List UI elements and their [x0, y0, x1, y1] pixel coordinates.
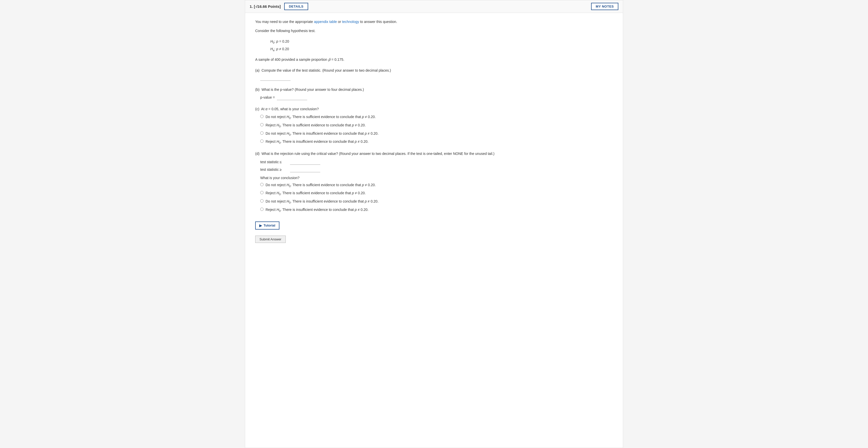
my-notes-button[interactable]: MY NOTES	[591, 3, 618, 10]
submit-button[interactable]: Submit Answer	[255, 236, 286, 243]
points-label: 1. [-/16.66 Points]	[250, 4, 281, 8]
tutorial-icon: ▶	[259, 223, 262, 228]
part-c-option-1-text: Do not reject H0. There is sufficient ev…	[266, 114, 376, 120]
details-button[interactable]: DETAILS	[284, 3, 308, 10]
part-d-label: (d) What is the rejection rule using the…	[255, 151, 613, 156]
tutorial-button[interactable]: ▶ Tutorial	[255, 221, 279, 230]
part-c-option-3-text: Do not reject H0. There is insufficient …	[266, 131, 378, 137]
part-c-option-2: Reject H0. There is sufficient evidence …	[260, 123, 613, 128]
pvalue-label: p-value =	[260, 95, 275, 99]
part-c-option-4-text: Reject H0. There is insufficient evidenc…	[266, 139, 368, 145]
test-stat-leq-label: test statistic ≤	[260, 160, 288, 164]
pvalue-row: p-value =	[255, 95, 613, 100]
part-d-option-2: Reject H0. There is sufficient evidence …	[260, 190, 613, 196]
test-stat-geq-row: test statistic ≥	[260, 167, 613, 172]
part-d-option-3-text: Do not reject H0. There is insufficient …	[266, 199, 378, 205]
part-a-input[interactable]	[260, 75, 290, 81]
part-c-radio-2[interactable]	[260, 123, 264, 126]
part-c-radio-3[interactable]	[260, 131, 264, 135]
part-d-option-1-text: Do not reject H0. There is sufficient ev…	[266, 182, 376, 188]
part-c-radio-1[interactable]	[260, 115, 264, 118]
hypothesis-block: H0: p = 0.20 Ha: p ≠ 0.20	[270, 38, 613, 53]
part-d-question: What is the rejection rule using the cri…	[261, 152, 495, 156]
technology-link[interactable]: technology	[342, 20, 359, 24]
intro-text: You may need to use the appropriate appe…	[255, 19, 613, 25]
part-c-option-4: Reject H0. There is insufficient evidenc…	[260, 139, 613, 145]
intro-before-link1: You may need to use the appropriate	[255, 20, 314, 24]
sample-text: A sample of 400 provided a sample propor…	[255, 57, 613, 62]
content: You may need to use the appropriate appe…	[245, 13, 623, 250]
appendix-table-link[interactable]: appendix table	[314, 20, 337, 24]
part-d: (d) What is the rejection rule using the…	[255, 151, 613, 213]
part-a-label: (a) Compute the value of the test statis…	[255, 68, 613, 73]
part-c-radio-group: Do not reject H0. There is sufficient ev…	[260, 114, 613, 145]
part-c-option-3: Do not reject H0. There is insufficient …	[260, 131, 613, 137]
part-c-radio-4[interactable]	[260, 140, 264, 143]
tutorial-label: Tutorial	[264, 223, 275, 227]
part-d-radio-3[interactable]	[260, 199, 264, 203]
part-a: (a) Compute the value of the test statis…	[255, 68, 613, 81]
test-stat-leq-input[interactable]	[290, 159, 320, 165]
test-stat-geq-label: test statistic ≥	[260, 168, 288, 172]
part-d-option-2-text: Reject H0. There is sufficient evidence …	[266, 190, 366, 196]
part-c-option-1: Do not reject H0. There is sufficient ev…	[260, 114, 613, 120]
part-b-question: What is the p-value? (Round your answer …	[261, 88, 364, 92]
pvalue-input[interactable]	[277, 95, 307, 100]
h0-line: H0: p = 0.20	[270, 38, 613, 46]
part-c-label: (c) At α = 0.05, what is your conclusion…	[255, 106, 613, 112]
ha-line: Ha: p ≠ 0.20	[270, 46, 613, 53]
part-b-label: (b) What is the p-value? (Round your ans…	[255, 87, 613, 92]
part-a-question: Compute the value of the test statistic.…	[261, 68, 391, 72]
part-d-radio-4[interactable]	[260, 208, 264, 211]
header-left: 1. [-/16.66 Points] DETAILS	[250, 3, 308, 10]
intro-between: or	[337, 20, 342, 24]
part-d-radio-2[interactable]	[260, 191, 264, 194]
part-d-option-4-text: Reject H0. There is insufficient evidenc…	[266, 207, 368, 213]
test-stat-geq-input[interactable]	[290, 167, 320, 172]
page-wrapper: 1. [-/16.66 Points] DETAILS MY NOTES You…	[245, 0, 623, 448]
part-d-radio-group: Do not reject H0. There is sufficient ev…	[260, 182, 613, 213]
test-stat-leq-row: test statistic ≤	[260, 159, 613, 165]
hypothesis-intro: Consider the following hypothesis test.	[255, 28, 613, 34]
part-d-conclusion-label: What is your conclusion?	[260, 176, 613, 180]
part-d-option-1: Do not reject H0. There is sufficient ev…	[260, 182, 613, 188]
part-d-option-3: Do not reject H0. There is insufficient …	[260, 199, 613, 205]
header: 1. [-/16.66 Points] DETAILS MY NOTES	[245, 0, 623, 13]
part-b: (b) What is the p-value? (Round your ans…	[255, 87, 613, 100]
intro-after: to answer this question.	[359, 20, 397, 24]
part-d-option-4: Reject H0. There is insufficient evidenc…	[260, 207, 613, 213]
part-d-radio-1[interactable]	[260, 183, 264, 186]
part-c-option-2-text: Reject H0. There is sufficient evidence …	[266, 123, 366, 128]
part-c: (c) At α = 0.05, what is your conclusion…	[255, 106, 613, 145]
